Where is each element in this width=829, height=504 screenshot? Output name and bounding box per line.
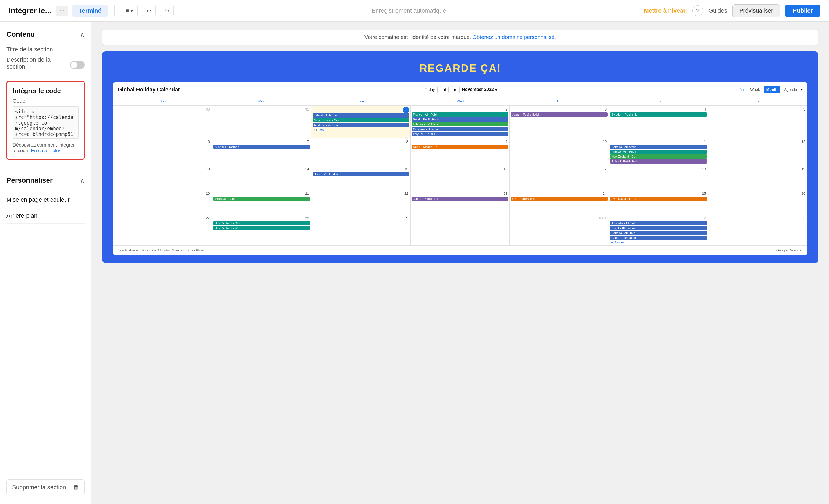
learn-more-link[interactable]: En savoir plus (31, 148, 61, 153)
undo-button[interactable]: ↩ (142, 5, 156, 16)
event[interactable]: Spain - Madrid - P (412, 145, 509, 149)
weekday-mon: Mon (212, 97, 312, 106)
page-title: Intégrer le... (9, 6, 51, 15)
calendar-day: 9 Spain - Madrid - P (411, 138, 510, 165)
calendar-day: 16 (411, 166, 510, 190)
calendar-day: 30 (411, 214, 510, 245)
calendar-day: 12 (708, 138, 807, 165)
description-label: Description de la section (6, 56, 70, 70)
domain-link[interactable]: Obtenez un domaine personnalisé. (473, 34, 556, 40)
agenda-view-button[interactable]: Agenda (781, 86, 800, 93)
event[interactable]: Sweden - Public Ho (610, 112, 707, 117)
format-icon: ■ (125, 7, 129, 14)
format-button[interactable]: ■ ▾ (121, 5, 138, 16)
weekday-sat: Sat (708, 97, 807, 106)
arriere-plan-item[interactable]: Arrière-plan (6, 208, 85, 224)
weekday-fri: Fri (609, 97, 708, 106)
calendar-day: 26 (708, 190, 807, 214)
upgrade-button[interactable]: Mettre à niveau (644, 7, 687, 14)
event[interactable]: Brazil - All - Intern (610, 226, 707, 230)
event[interactable]: Germany - Bavaria (412, 127, 509, 131)
calendar-day: 6 (113, 138, 212, 165)
event[interactable]: New Zealand - Cha (213, 221, 310, 225)
event[interactable]: Japan - Public Holid (511, 112, 608, 117)
guides-button[interactable]: Guides (709, 7, 727, 14)
calendar-day: 19 (708, 166, 807, 190)
mise-en-page-item[interactable]: Mise en page et couleur (6, 192, 85, 208)
google-calendar-logo: + Google Calendar (773, 248, 803, 252)
event[interactable]: New Zealand - Ca (610, 154, 707, 159)
weekday-tue: Tue (312, 97, 411, 106)
event[interactable]: Canada - All - Inte (610, 231, 707, 235)
month-dropdown-icon[interactable]: ▾ (495, 87, 497, 92)
sidebar-divider-2 (6, 229, 85, 229)
divider (114, 5, 115, 16)
event[interactable]: Australia - All - Int (610, 221, 707, 225)
calendar-day: 4 Sweden - Public Ho (609, 106, 708, 138)
event[interactable]: France - All - Publi (412, 112, 509, 117)
event[interactable]: Japan - Public Holid (412, 196, 509, 201)
calendar-week-1: 30 31 1 Ireland - Public Ho New Zealand … (113, 106, 807, 138)
calendar-week-3: 13 14 15 Brazil - Public Holid 16 (113, 166, 807, 190)
delete-section-button[interactable]: Supprimer la section 🗑 (6, 479, 85, 495)
calendar-day: 17 (510, 166, 609, 190)
calendar-day: 24 US - Thanksgiving (510, 190, 609, 214)
calendar-day: Dec 1 (510, 214, 609, 245)
event[interactable]: Brazil - Public Holid (412, 117, 509, 121)
month-view-button[interactable]: Month (764, 86, 780, 93)
calendar-title: Global Holiday Calendar (118, 86, 180, 93)
event[interactable]: US - Day after Tha (610, 196, 707, 201)
event[interactable]: US - Thanksgiving (511, 196, 608, 201)
calendar-day: 3 Japan - Public Holid (510, 106, 609, 138)
event[interactable]: New Zealand - Mar (313, 118, 409, 122)
event[interactable]: China - Internation (610, 236, 707, 240)
sidebar-bottom: Supprimer la section 🗑 (6, 474, 85, 495)
event[interactable]: Italy - All - Public I (412, 132, 509, 136)
weekday-wed: Wed (411, 97, 510, 106)
contenu-section-header: Contenu ∧ (6, 30, 85, 38)
trash-icon: 🗑 (73, 484, 79, 491)
more-button[interactable]: ··· (56, 6, 68, 16)
agenda-dropdown-icon[interactable]: ▾ (801, 87, 803, 92)
redo-button[interactable]: ↪ (160, 5, 174, 16)
calendar-day: 3 (708, 214, 807, 245)
week-view-button[interactable]: Week (748, 86, 763, 93)
help-button[interactable]: ? (692, 5, 703, 16)
event[interactable]: Moldova - Cahul - (213, 196, 310, 201)
calendar-day: 10 (510, 138, 609, 165)
event[interactable]: Ireland - Public Ho (313, 113, 409, 117)
contenu-chevron-icon[interactable]: ∧ (80, 31, 85, 38)
embed-hint: Découvrez comment intégrer le code. En s… (13, 142, 78, 153)
weekday-headers: Sun Mon Tue Wed Thu Fri Sat (113, 97, 807, 106)
event[interactable]: New Zealand - We (213, 226, 310, 230)
personnaliser-chevron-icon[interactable]: ∧ (80, 177, 85, 184)
content-area: Votre domaine est l'identité de votre ma… (92, 22, 829, 504)
next-month-button[interactable]: ▶ (451, 86, 460, 93)
more-events[interactable]: +14 more (610, 241, 707, 244)
termine-button[interactable]: Terminé (72, 5, 108, 17)
prev-month-button[interactable]: ◀ (440, 86, 449, 93)
today-button[interactable]: Today (422, 86, 438, 93)
calendar-day: 11 Canada - All excep France - All - Pub… (609, 138, 708, 165)
plus-icon: + (773, 248, 775, 252)
month-title: November 2022 ▾ (462, 87, 497, 92)
weekday-thu: Thu (510, 97, 609, 106)
event[interactable]: Canada - All excep (610, 145, 707, 149)
event[interactable]: Poland - Public Hol (610, 159, 707, 164)
event[interactable]: Lithuania - Public H (412, 122, 509, 127)
calendar-day: 5 (708, 106, 807, 138)
timezone-text: Events shown in time zone: Mountain Stan… (118, 249, 208, 252)
calendar-day: 2 France - All - PubliBrazil - Public Ho… (411, 106, 510, 138)
print-button[interactable]: Print (738, 87, 747, 92)
event[interactable]: Australia - Victoria (313, 123, 409, 127)
event[interactable]: Brazil - Public Holid (313, 172, 409, 176)
event[interactable]: France - All - Publi (610, 149, 707, 154)
event[interactable]: Australia - Tasman (213, 145, 310, 149)
personnaliser-section-header: Personnaliser ∧ (6, 176, 85, 184)
domain-banner: Votre domaine est l'identité de votre ma… (102, 30, 818, 45)
preview-button[interactable]: Prévisualiser (732, 4, 780, 17)
publish-button[interactable]: Publier (785, 5, 820, 17)
description-toggle[interactable] (70, 61, 85, 69)
delete-section-label: Supprimer la section (12, 484, 66, 491)
code-textarea[interactable]: <iframe src="https://calendar.google.co … (13, 106, 78, 139)
